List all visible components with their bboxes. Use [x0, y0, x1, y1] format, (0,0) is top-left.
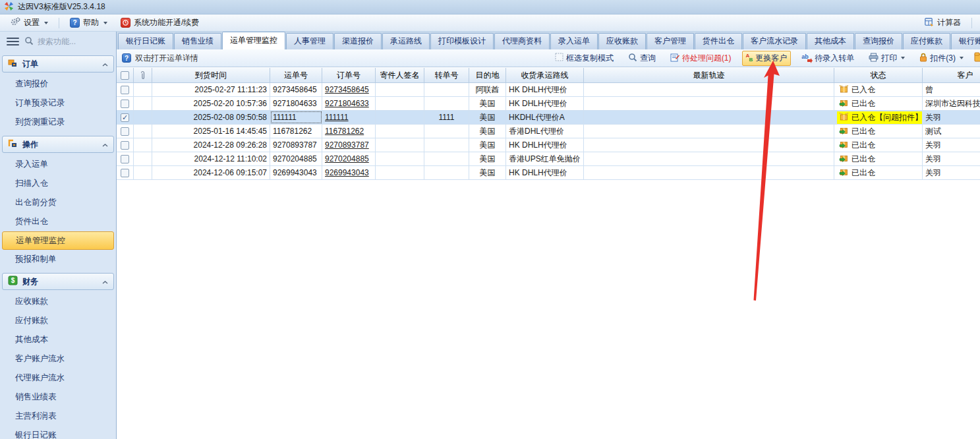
- tab-16[interactable]: 银行账户: [951, 33, 980, 49]
- hamburger-menu-icon[interactable]: [7, 38, 19, 45]
- cell-order[interactable]: 9270204885: [322, 152, 376, 165]
- tab-3[interactable]: 人事管理: [286, 33, 333, 49]
- table-row[interactable]: ✓2025-02-08 09:50:581111111111111111美国HK…: [117, 111, 980, 125]
- column-header-order[interactable]: 订单号: [322, 68, 376, 82]
- sidebar-item[interactable]: 运单管理监控: [2, 231, 114, 250]
- column-header-customer[interactable]: 客户: [923, 68, 980, 82]
- cell-order[interactable]: 9273458645: [322, 83, 376, 96]
- row-checkbox[interactable]: [121, 127, 129, 136]
- box-select-copy-mode-button[interactable]: 框选复制模式: [551, 51, 618, 66]
- sidebar-item[interactable]: 查询报价: [0, 74, 116, 94]
- sidebar-item[interactable]: 其他成本: [0, 330, 116, 349]
- menu-help[interactable]: ? 帮助: [65, 16, 113, 30]
- sidebar-section-0[interactable]: 订单: [2, 55, 114, 73]
- order-number-link[interactable]: 9271804633: [325, 99, 369, 108]
- sidebar-item[interactable]: 客户账户流水: [0, 349, 116, 368]
- table-row[interactable]: 2024-12-12 11:10:0292702048859270204885美…: [117, 152, 980, 166]
- print-button[interactable]: 打印: [865, 51, 909, 66]
- order-number-link[interactable]: 9269943043: [325, 168, 369, 177]
- cell-sel[interactable]: [117, 138, 134, 152]
- pending-transfer-entry-button[interactable]: ab 待录入转单: [797, 51, 858, 66]
- cell-order[interactable]: 9270893787: [322, 138, 376, 152]
- order-number-link[interactable]: 9270893787: [325, 140, 369, 150]
- sidebar-item[interactable]: 销售业绩表: [0, 388, 116, 407]
- column-header-track[interactable]: 最新轨迹: [584, 68, 834, 82]
- table-row[interactable]: 2025-01-16 14:45:45116781262116781262美国香…: [117, 125, 980, 138]
- cell-order[interactable]: 9269943043: [322, 166, 376, 179]
- detained-parcels-button[interactable]: 扣件(3): [915, 51, 967, 66]
- sidebar-item[interactable]: 银行日记账: [0, 426, 116, 439]
- column-header-arrival[interactable]: 到货时间: [152, 68, 270, 82]
- tab-5[interactable]: 承运路线: [382, 33, 430, 49]
- query-button[interactable]: 查询: [624, 51, 660, 66]
- order-number-link[interactable]: 116781262: [325, 127, 364, 136]
- change-customer-button[interactable]: AB 更换客户: [742, 51, 792, 66]
- calculator-button[interactable]: 计算器: [919, 16, 966, 30]
- sidebar-item[interactable]: 预报和制单: [0, 250, 116, 269]
- order-number-link[interactable]: 9273458645: [325, 85, 369, 94]
- cell-dest: 美国: [469, 111, 506, 124]
- tab-10[interactable]: 客户管理: [647, 33, 694, 49]
- tab-11[interactable]: 货件出仓: [695, 33, 742, 49]
- cell-sel[interactable]: [117, 97, 134, 110]
- row-checkbox[interactable]: ✓: [121, 113, 129, 122]
- order-number-link[interactable]: 111111: [325, 113, 349, 122]
- tab-9[interactable]: 应收账款: [598, 33, 646, 49]
- sidebar-item[interactable]: 录入运单: [0, 155, 116, 174]
- cell-sel[interactable]: [117, 83, 134, 96]
- tab-7[interactable]: 代理商资料: [494, 33, 550, 49]
- cell-status: 已入仓: [834, 83, 923, 96]
- sidebar-item[interactable]: 扫描入仓: [0, 174, 116, 193]
- sidebar-item[interactable]: 应付账款: [0, 311, 116, 330]
- sidebar-item[interactable]: 应收账款: [0, 292, 116, 311]
- cell-sel[interactable]: [117, 152, 134, 165]
- tab-6[interactable]: 打印模板设计: [430, 33, 494, 49]
- cell-sel[interactable]: ✓: [117, 111, 134, 124]
- cell-order[interactable]: 111111: [322, 111, 376, 124]
- sidebar-item[interactable]: 代理账户流水: [0, 368, 116, 388]
- sidebar-item[interactable]: 到货测重记录: [0, 113, 116, 132]
- tab-2[interactable]: 运单管理监控: [222, 32, 285, 49]
- tab-14[interactable]: 查询报价: [855, 33, 902, 49]
- order-number-link[interactable]: 9270204885: [325, 154, 369, 163]
- column-header-status[interactable]: 状态: [834, 68, 923, 82]
- column-header-route[interactable]: 收货承运路线: [506, 68, 584, 82]
- menu-settings[interactable]: 设置: [5, 16, 53, 30]
- tab-1[interactable]: 销售业绩: [174, 33, 221, 49]
- table-row[interactable]: 2024-12-06 09:15:0792699430439269943043美…: [117, 166, 980, 180]
- header-select-checkbox[interactable]: [117, 68, 134, 82]
- table-row[interactable]: 2024-12-28 09:26:2892708937879270893787美…: [117, 138, 980, 152]
- column-header-transfer[interactable]: 转单号: [424, 68, 469, 82]
- tab-15[interactable]: 应付账款: [903, 33, 950, 49]
- cell-sel[interactable]: [117, 166, 134, 179]
- tab-13[interactable]: 其他成本: [807, 33, 854, 49]
- row-checkbox[interactable]: [121, 169, 129, 177]
- table-row[interactable]: 2025-02-27 11:11:2392734586459273458645阿…: [117, 83, 980, 97]
- column-header-dest[interactable]: 目的地: [469, 68, 506, 82]
- sidebar-item[interactable]: 出仓前分货: [0, 193, 116, 212]
- checkbox[interactable]: [121, 71, 129, 80]
- sidebar-item[interactable]: 货件出仓: [0, 212, 116, 231]
- pending-issues-button[interactable]: 待处理问题(1): [666, 51, 735, 66]
- tab-12[interactable]: 客户流水记录: [743, 33, 806, 49]
- sidebar-item[interactable]: 订单预录记录: [0, 94, 116, 113]
- row-checkbox[interactable]: [121, 141, 129, 150]
- row-checkbox[interactable]: [121, 100, 129, 108]
- sidebar-item[interactable]: 主营利润表: [0, 407, 116, 426]
- menu-renew[interactable]: 系统功能开通/续费: [115, 16, 204, 30]
- table-row[interactable]: 2025-02-20 10:57:3692718046339271804633美…: [117, 97, 980, 111]
- sidebar-section-2[interactable]: $财务: [2, 273, 114, 290]
- column-header-waybill[interactable]: 运单号: [270, 68, 322, 82]
- row-checkbox[interactable]: [121, 155, 129, 163]
- column-header-sender[interactable]: 寄件人签名: [376, 68, 424, 82]
- search-input[interactable]: [38, 37, 103, 46]
- sidebar-search[interactable]: [24, 36, 109, 47]
- row-checkbox[interactable]: [121, 86, 129, 94]
- cell-order[interactable]: 9271804633: [322, 97, 376, 110]
- tab-4[interactable]: 渠道报价: [334, 33, 382, 49]
- tab-8[interactable]: 录入运单: [550, 33, 598, 49]
- cell-sel[interactable]: [117, 125, 134, 138]
- cell-order[interactable]: 116781262: [322, 125, 376, 138]
- tab-0[interactable]: 银行日记账: [118, 33, 173, 49]
- sidebar-section-1[interactable]: 操作: [2, 136, 114, 153]
